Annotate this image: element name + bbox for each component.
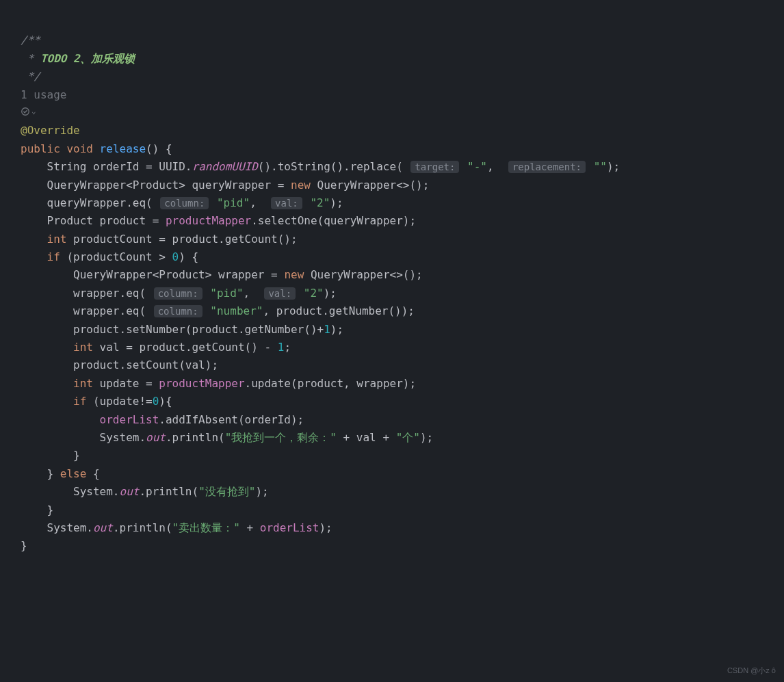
- str-unit: "个": [396, 431, 420, 444]
- str-number: "number": [210, 304, 263, 317]
- var-querywrapper-2: queryWrapper: [47, 196, 127, 209]
- method-tostring: toString: [278, 160, 330, 173]
- param-hint-column-3: column:: [154, 305, 202, 317]
- num-1b: 1: [278, 341, 285, 354]
- num-1: 1: [324, 323, 330, 336]
- str-pid: "pid": [217, 196, 250, 209]
- field-out-2: out: [120, 485, 140, 498]
- var-product-6: product: [139, 341, 185, 354]
- type-querywrapper: QueryWrapper: [47, 179, 127, 192]
- param-hint-column-2: column:: [154, 287, 202, 300]
- var-wrapper: wrapper: [218, 268, 264, 281]
- var-orderid-2: orderId: [245, 413, 291, 426]
- field-orderlist-2: orderList: [260, 521, 319, 534]
- var-productcount-2: productCount: [73, 250, 153, 263]
- method-setnumber: setNumber: [126, 323, 185, 336]
- kw-if-2: if: [73, 395, 86, 408]
- var-productcount: productCount: [73, 233, 153, 246]
- type-product: Product: [133, 179, 179, 192]
- class-system-3: System: [47, 521, 87, 534]
- method-replace: replace: [350, 160, 396, 173]
- field-productmapper-2: productMapper: [159, 377, 244, 390]
- todo-comment: TODO 2、加乐观锁: [40, 52, 135, 65]
- field-out-3: out: [93, 521, 113, 534]
- type-product-3: Product: [159, 268, 205, 281]
- str-fail: "没有抢到": [198, 485, 255, 498]
- var-update: update: [100, 377, 140, 390]
- var-wrapper-2: wrapper: [73, 287, 119, 300]
- param-hint-target: target:: [410, 161, 459, 173]
- kw-public: public: [21, 142, 60, 155]
- kw-int-3: int: [73, 377, 93, 390]
- str-dash: "-": [467, 160, 487, 173]
- javadoc-star: *: [21, 52, 40, 65]
- type-querywrapper-2: QueryWrapper: [317, 179, 397, 192]
- var-update-2: update: [100, 395, 140, 408]
- method-println-2: println: [146, 485, 192, 498]
- var-product-4: product: [73, 323, 119, 336]
- var-val: val: [100, 341, 120, 354]
- var-querywrapper: queryWrapper: [192, 179, 271, 192]
- watermark-text: CSDN @小z ô: [727, 664, 776, 677]
- type-querywrapper-3: QueryWrapper: [73, 268, 153, 281]
- method-println-3: println: [120, 521, 166, 534]
- override-gutter-icon[interactable]: ⌄: [21, 105, 36, 118]
- str-sold: "卖出数量：": [172, 521, 240, 534]
- var-product-7: product: [73, 358, 119, 371]
- str-grab: "我抢到一个，剩余：": [225, 431, 337, 444]
- param-hint-val: val:: [271, 197, 302, 209]
- class-system: System: [100, 431, 140, 444]
- num-0b: 0: [153, 395, 159, 408]
- field-out: out: [146, 431, 166, 444]
- var-wrapper-3: wrapper: [73, 304, 119, 317]
- method-selectone: selectOne: [258, 214, 317, 227]
- param-hint-replacement: replacement:: [508, 161, 586, 173]
- javadoc-open: /**: [21, 34, 40, 47]
- str-2: "2": [310, 196, 330, 209]
- var-wrapper-4: wrapper: [356, 377, 402, 390]
- method-addifabsent: addIfAbsent: [166, 413, 238, 426]
- method-eq: eq: [133, 196, 146, 209]
- method-setcount: setCount: [126, 358, 179, 371]
- str-empty: "": [594, 160, 607, 173]
- kw-void: void: [66, 142, 93, 155]
- kw-new: new: [291, 179, 311, 192]
- num-0: 0: [172, 250, 179, 263]
- method-getcount: getCount: [225, 233, 278, 246]
- kw-if: if: [47, 250, 60, 263]
- param-hint-column: column:: [160, 197, 209, 209]
- var-val-2: val: [185, 358, 205, 371]
- class-system-2: System: [73, 485, 113, 498]
- var-product-5: product: [192, 323, 237, 336]
- var-product-3: product: [276, 304, 322, 317]
- field-orderlist: orderList: [100, 413, 159, 426]
- var-product-2: product: [172, 233, 218, 246]
- type-querywrapper-4: QueryWrapper: [311, 268, 390, 281]
- param-hint-val-2: val:: [264, 287, 296, 300]
- javadoc-close: */: [21, 70, 40, 83]
- class-uuid: UUID: [159, 160, 185, 173]
- method-getnumber-2: getNumber: [245, 323, 304, 336]
- var-product-8: product: [298, 377, 343, 390]
- kw-else: else: [60, 467, 87, 480]
- method-update: update: [251, 377, 291, 390]
- var-querywrapper-3: queryWrapper: [324, 214, 403, 227]
- method-randomuuid: randomUUID: [192, 160, 258, 173]
- var-val-3: val: [356, 431, 376, 444]
- method-println: println: [172, 431, 218, 444]
- kw-int-2: int: [73, 341, 93, 354]
- var-product: product: [100, 214, 146, 227]
- var-orderid: orderId: [93, 160, 139, 173]
- override-annotation: @Override: [21, 124, 80, 137]
- kw-int: int: [47, 233, 67, 246]
- field-productmapper: productMapper: [166, 214, 251, 227]
- str-2b: "2": [304, 287, 324, 300]
- usage-count-hint[interactable]: 1 usage: [21, 88, 66, 101]
- code-editor-content[interactable]: /** * TODO 2、加乐观锁 */ 1 usage ⌄ @Override…: [21, 14, 763, 555]
- type-product-2: Product: [47, 214, 93, 227]
- method-release: release: [100, 142, 146, 155]
- method-eq-3: eq: [126, 304, 139, 317]
- method-getcount-2: getCount: [192, 341, 245, 354]
- kw-new-2: new: [284, 268, 304, 281]
- method-eq-2: eq: [126, 287, 139, 300]
